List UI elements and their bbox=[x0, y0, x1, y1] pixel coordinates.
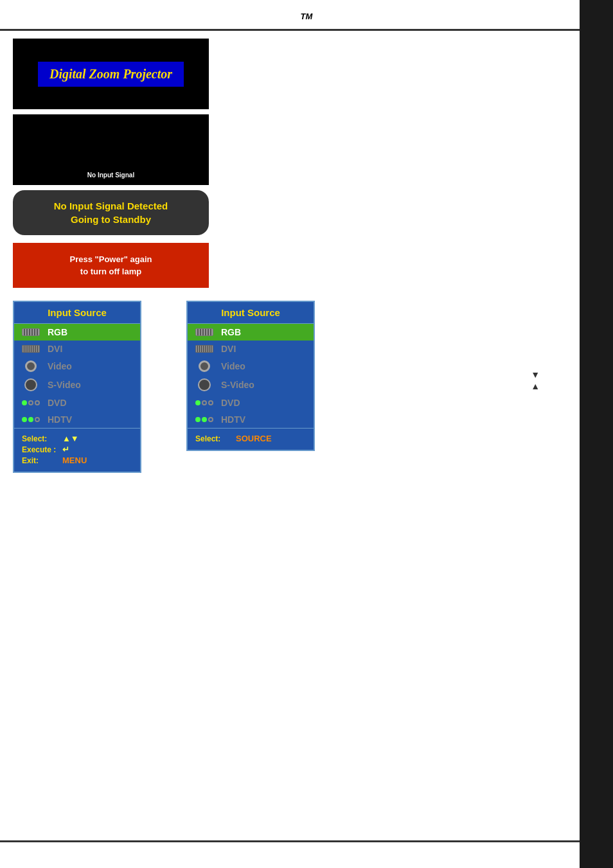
footer-select-value-left: ▲▼ bbox=[62, 434, 79, 443]
source-row-dvd-left[interactable]: DVD bbox=[14, 394, 140, 411]
video-icon-left bbox=[22, 360, 40, 372]
footer-exit-label-left: Exit: bbox=[22, 456, 57, 465]
dvi-icon-right bbox=[195, 345, 213, 353]
arrow-up-icon: ▲ bbox=[531, 381, 540, 391]
tm-mark: TM bbox=[301, 12, 313, 21]
power-off-line2: to turn off lamp bbox=[26, 267, 196, 276]
input-source-row: Input Source RGB DVI bbox=[13, 301, 578, 473]
svideo-icon-left bbox=[22, 378, 40, 391]
video-label-left: Video bbox=[48, 361, 72, 371]
footer-execute-value-left: ↵ bbox=[62, 445, 69, 454]
svideo-icon-right bbox=[195, 378, 213, 391]
footer-select-label-left: Select: bbox=[22, 434, 57, 443]
no-input-signal-box: No Input Signal bbox=[13, 114, 209, 185]
source-row-rgb-left[interactable]: RGB bbox=[14, 324, 140, 341]
footer-exit-row-left: Exit: MENU bbox=[22, 456, 132, 465]
arrow-nav-indicator: ▼ ▲ bbox=[531, 369, 540, 391]
footer-select-row-right: Select: SOURCE bbox=[195, 434, 306, 443]
svideo-label-right: S-Video bbox=[221, 380, 254, 390]
dvi-label-left: DVI bbox=[48, 344, 62, 354]
standby-line1: No Input Signal Detected bbox=[26, 200, 196, 211]
source-row-dvi-right[interactable]: DVI bbox=[188, 341, 314, 357]
dvd-label-left: DVD bbox=[48, 398, 67, 408]
hdtv-label-right: HDTV bbox=[221, 414, 245, 425]
left-panel-footer: Select: ▲▼ Execute : ↵ Exit: MENU bbox=[14, 428, 140, 472]
dvi-icon-left bbox=[22, 345, 40, 353]
video-icon-right bbox=[195, 360, 213, 372]
right-panel-footer: Select: SOURCE bbox=[188, 428, 314, 450]
hdtv-icon-right bbox=[195, 417, 213, 422]
right-sidebar bbox=[580, 0, 613, 868]
source-row-dvi-left[interactable]: DVI bbox=[14, 341, 140, 357]
dvd-label-right: DVD bbox=[221, 398, 240, 408]
rgb-label-left: RGB bbox=[48, 327, 67, 337]
standby-line2: Going to Standby bbox=[26, 214, 196, 225]
source-row-svideo-right[interactable]: S-Video bbox=[188, 375, 314, 394]
dvd-icon-left bbox=[22, 400, 40, 405]
source-row-video-right[interactable]: Video bbox=[188, 357, 314, 375]
source-row-dvd-right[interactable]: DVD bbox=[188, 394, 314, 411]
svideo-label-left: S-Video bbox=[48, 380, 81, 390]
left-panel-title: Input Source bbox=[14, 302, 140, 324]
source-row-rgb-right[interactable]: RGB bbox=[188, 324, 314, 341]
footer-execute-row-left: Execute : ↵ bbox=[22, 445, 132, 454]
main-content: Digital Zoom Projector No Input Signal N… bbox=[13, 39, 578, 473]
source-row-hdtv-left[interactable]: HDTV bbox=[14, 411, 140, 428]
source-row-svideo-left[interactable]: S-Video bbox=[14, 375, 140, 394]
footer-select-value-right: SOURCE bbox=[236, 434, 272, 443]
projector-logo-text: Digital Zoom Projector bbox=[49, 67, 172, 81]
rgb-icon-left bbox=[22, 328, 40, 336]
input-source-panel-right: Input Source RGB DVI bbox=[186, 301, 315, 451]
projector-logo-box: Digital Zoom Projector bbox=[13, 39, 209, 109]
footer-execute-label-left: Execute : bbox=[22, 445, 57, 454]
right-panel-body: RGB DVI Video bbox=[188, 324, 314, 428]
bottom-rule bbox=[0, 840, 613, 842]
dvi-label-right: DVI bbox=[221, 344, 236, 354]
top-rule bbox=[0, 29, 613, 31]
power-off-line1: Press "Power" again bbox=[26, 254, 196, 264]
rgb-icon-right bbox=[195, 328, 213, 336]
footer-select-label-right: Select: bbox=[195, 434, 231, 443]
standby-box: No Input Signal Detected Going to Standb… bbox=[13, 190, 209, 235]
hdtv-icon-left bbox=[22, 417, 40, 422]
rgb-label-right: RGB bbox=[221, 327, 241, 337]
left-panel-body: RGB DVI Video bbox=[14, 324, 140, 428]
source-row-video-left[interactable]: Video bbox=[14, 357, 140, 375]
dvd-icon-right bbox=[195, 400, 213, 405]
video-label-right: Video bbox=[221, 361, 245, 371]
input-source-panel-left: Input Source RGB DVI bbox=[13, 301, 141, 473]
right-panel-title: Input Source bbox=[188, 302, 314, 324]
projector-logo-inner: Digital Zoom Projector bbox=[38, 62, 184, 87]
no-input-signal-text: No Input Signal bbox=[87, 172, 134, 179]
source-row-hdtv-right[interactable]: HDTV bbox=[188, 411, 314, 428]
footer-select-row-left: Select: ▲▼ bbox=[22, 434, 132, 443]
power-off-box: Press "Power" again to turn off lamp bbox=[13, 243, 209, 288]
hdtv-label-left: HDTV bbox=[48, 414, 72, 425]
arrow-down-icon: ▼ bbox=[531, 369, 540, 380]
footer-exit-value-left: MENU bbox=[62, 456, 87, 465]
